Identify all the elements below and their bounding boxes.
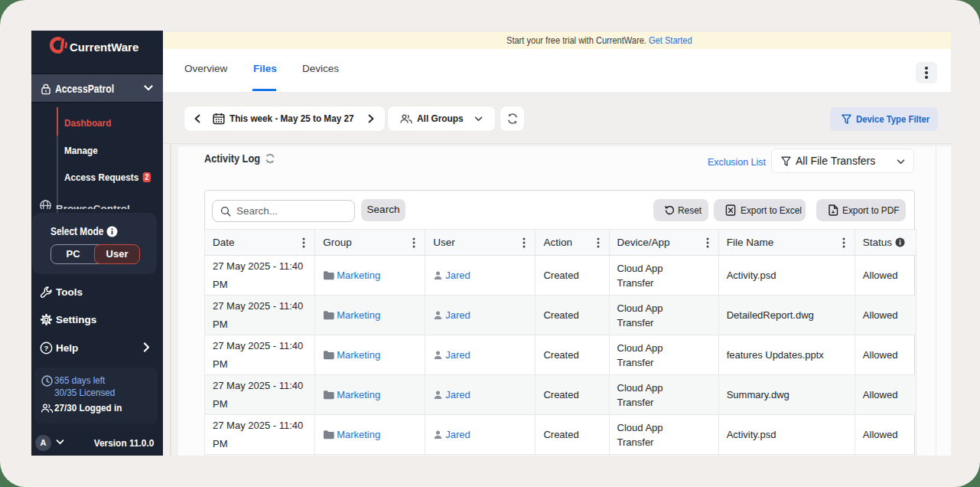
svg-text:?: ? — [44, 344, 49, 352]
